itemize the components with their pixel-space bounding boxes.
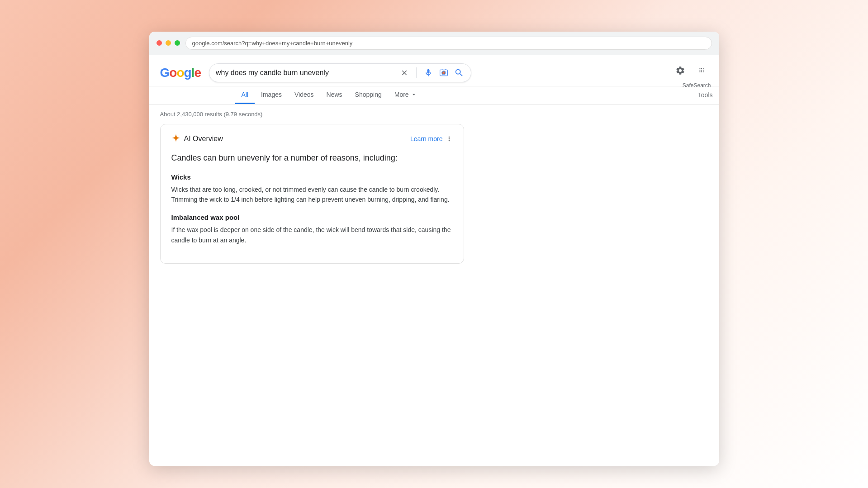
top-right-icons bbox=[672, 62, 710, 79]
browser-top-bar: google.com/search?q=why+does+my+candle+b… bbox=[149, 32, 719, 55]
browser-window: google.com/search?q=why+does+my+candle+b… bbox=[149, 32, 719, 466]
learn-more-button[interactable]: Learn more bbox=[410, 135, 453, 142]
apps-button[interactable] bbox=[694, 62, 710, 79]
search-submit-button[interactable] bbox=[454, 67, 465, 78]
tab-more[interactable]: More bbox=[388, 86, 423, 104]
image-search-button[interactable] bbox=[438, 67, 449, 78]
tab-all[interactable]: All bbox=[235, 86, 255, 104]
close-dot[interactable] bbox=[157, 40, 162, 46]
results-count: About 2,430,000 results (9.79 seconds) bbox=[149, 104, 719, 124]
settings-button[interactable] bbox=[672, 62, 688, 79]
ai-section-wicks: Wicks Wicks that are too long, crooked, … bbox=[171, 173, 453, 205]
wax-pool-heading: Imbalanced wax pool bbox=[171, 213, 453, 221]
tab-shopping[interactable]: Shopping bbox=[349, 86, 388, 104]
search-bar-icons bbox=[399, 67, 465, 78]
maximize-dot[interactable] bbox=[175, 40, 180, 46]
logo-g2: g bbox=[184, 66, 191, 80]
learn-more-label: Learn more bbox=[410, 135, 443, 142]
google-logo: Google bbox=[160, 66, 201, 80]
wicks-heading: Wicks bbox=[171, 173, 453, 181]
nav-bar: All Images Videos News Shopping More Too… bbox=[149, 86, 719, 104]
search-input[interactable]: why does my candle burn unevenly bbox=[216, 69, 394, 77]
logo-o1: o bbox=[169, 66, 176, 80]
safesearch-label: SafeSearch bbox=[683, 82, 711, 89]
tools-button[interactable]: Tools bbox=[692, 87, 719, 103]
ai-overview-header: AI Overview Learn more bbox=[171, 133, 453, 145]
search-header: Google why does my candle burn unevenly bbox=[149, 55, 719, 86]
ai-overview-intro: Candles can burn unevenly for a number o… bbox=[171, 152, 453, 164]
chevron-down-icon bbox=[411, 91, 417, 98]
more-options-icon bbox=[446, 135, 453, 142]
ai-section-wax-pool: Imbalanced wax pool If the wax pool is d… bbox=[171, 213, 453, 245]
search-bar-divider bbox=[416, 67, 417, 78]
logo-o2: o bbox=[176, 66, 184, 80]
ai-star-icon bbox=[171, 133, 180, 145]
voice-search-button[interactable] bbox=[423, 67, 434, 78]
page-content: Google why does my candle burn unevenly bbox=[149, 55, 719, 466]
wax-pool-text: If the wax pool is deeper on one side of… bbox=[171, 225, 453, 245]
clear-search-button[interactable] bbox=[399, 67, 410, 78]
minimize-dot[interactable] bbox=[166, 40, 171, 46]
logo-e: e bbox=[194, 66, 201, 80]
search-bar[interactable]: why does my candle burn unevenly bbox=[209, 63, 471, 82]
ai-overview-card: AI Overview Learn more Candles can burn … bbox=[160, 124, 464, 264]
more-label: More bbox=[394, 91, 409, 98]
tab-images[interactable]: Images bbox=[255, 86, 288, 104]
wicks-text: Wicks that are too long, crooked, or not… bbox=[171, 185, 453, 205]
results-area: AI Overview Learn more Candles can burn … bbox=[149, 124, 475, 293]
logo-g: G bbox=[160, 66, 170, 80]
tab-videos[interactable]: Videos bbox=[288, 86, 320, 104]
ai-overview-label: AI Overview bbox=[184, 135, 223, 143]
browser-controls bbox=[157, 40, 180, 46]
ai-overview-title: AI Overview bbox=[171, 133, 223, 145]
tab-news[interactable]: News bbox=[320, 86, 349, 104]
address-bar[interactable]: google.com/search?q=why+does+my+candle+b… bbox=[185, 37, 712, 50]
